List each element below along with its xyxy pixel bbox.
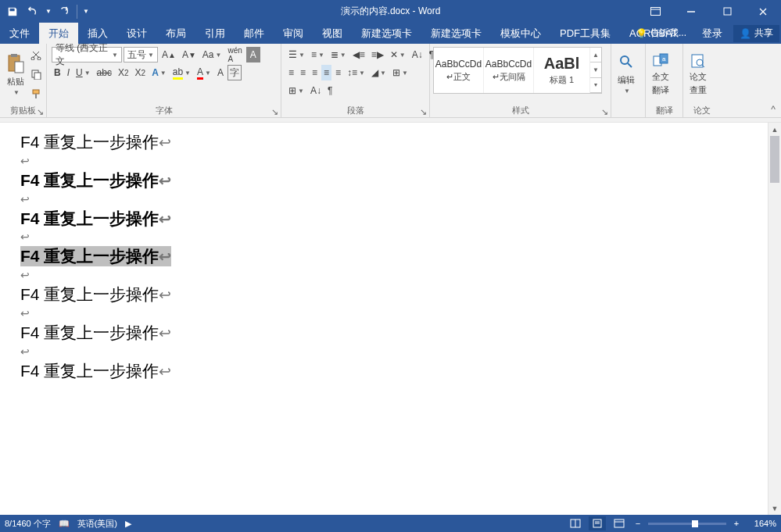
redo-icon[interactable] — [55, 2, 73, 21]
paragraph-sort-icon[interactable]: A↓ — [308, 83, 324, 98]
character-shading-icon[interactable]: A — [215, 65, 226, 80]
paragraph-mark[interactable]: ↩ — [20, 155, 761, 167]
tab-references[interactable]: 引用 — [195, 23, 235, 44]
phonetic-guide-icon[interactable]: wénA — [225, 47, 244, 62]
tab-design[interactable]: 设计 — [117, 23, 156, 44]
dupcheck-button[interactable]: 论文 查重 — [686, 45, 710, 103]
tab-layout[interactable]: 布局 — [156, 23, 195, 44]
shrink-font-icon[interactable]: A▼ — [180, 47, 199, 62]
tab-file[interactable]: 文件 — [0, 23, 39, 44]
editing-button[interactable]: 编辑 ▼ — [614, 45, 638, 103]
asian-layout-icon[interactable]: ✕▼ — [388, 47, 408, 62]
doc-line[interactable]: F4 重复上一步操作↩ — [20, 209, 761, 229]
paragraph-mark[interactable]: ↩ — [20, 345, 761, 358]
doc-line[interactable]: F4 重复上一步操作↩ — [20, 361, 761, 381]
distributed-icon[interactable]: ≡ — [333, 65, 343, 80]
font-color-icon[interactable]: A▼ — [195, 65, 213, 80]
enclose-characters-icon[interactable]: 字 — [227, 65, 242, 80]
gallery-up-icon[interactable]: ▲ — [590, 48, 601, 62]
language-indicator[interactable]: 英语(美国) — [77, 518, 117, 530]
signin-button[interactable]: 登录 — [696, 27, 729, 41]
increase-indent-icon[interactable]: ≡▶ — [369, 47, 386, 62]
copy-icon[interactable] — [30, 68, 42, 80]
qat-customize-icon[interactable]: ▼ — [81, 2, 91, 21]
tab-mailings[interactable]: 邮件 — [235, 23, 274, 44]
paste-button[interactable]: 粘贴 ▼ — [3, 45, 28, 103]
tab-insert[interactable]: 插入 — [78, 23, 117, 44]
doc-line[interactable]: F4 重复上一步操作↩ — [20, 284, 761, 305]
change-case-icon[interactable]: Aa▼ — [200, 47, 224, 62]
tab-pdftools[interactable]: PDF工具集 — [550, 23, 620, 44]
spellcheck-icon[interactable]: 📖 — [59, 519, 70, 529]
gallery-down-icon[interactable]: ▼ — [590, 62, 601, 77]
paragraph-mark[interactable]: ↩ — [20, 269, 761, 281]
doc-line-selected[interactable]: F4 重复上一步操作↩ — [20, 246, 171, 266]
shading-icon[interactable]: ◢▼ — [369, 65, 389, 80]
numbering-icon[interactable]: ≡▼ — [309, 47, 327, 62]
superscript-button[interactable]: X2 — [133, 65, 149, 80]
zoom-slider[interactable] — [648, 523, 726, 525]
undo-dropdown-icon[interactable]: ▼ — [44, 2, 53, 21]
scroll-track[interactable] — [768, 136, 781, 502]
subscript-button[interactable]: X2 — [116, 65, 131, 80]
snap-to-grid-icon[interactable]: ⊞▼ — [286, 83, 306, 98]
paragraph-mark[interactable]: ↩ — [20, 193, 761, 205]
dialog-launcher-icon[interactable]: ↘ — [600, 107, 609, 116]
paragraph-marks-icon[interactable]: ¶ — [325, 83, 335, 98]
collapse-ribbon-icon[interactable]: ^ — [765, 44, 781, 117]
dialog-launcher-icon[interactable]: ↘ — [270, 107, 279, 116]
strikethrough-button[interactable]: abc — [95, 65, 114, 80]
style-heading1[interactable]: AaBl 标题 1 — [534, 48, 590, 93]
read-mode-icon[interactable] — [567, 516, 584, 530]
dialog-launcher-icon[interactable]: ↘ — [418, 107, 428, 116]
tab-newtab1[interactable]: 新建选项卡 — [352, 23, 421, 44]
align-left-icon[interactable]: ≡ — [286, 65, 296, 80]
decrease-indent-icon[interactable]: ◀≡ — [350, 47, 367, 62]
tab-newtab2[interactable]: 新建选项卡 — [421, 23, 491, 44]
character-border-icon[interactable]: A — [246, 47, 260, 62]
dialog-launcher-icon[interactable]: ↘ — [35, 107, 45, 116]
multilevel-list-icon[interactable]: ≣▼ — [328, 47, 349, 62]
zoom-level[interactable]: 164% — [747, 519, 776, 528]
vertical-scrollbar[interactable]: ▲ ▼ — [768, 123, 781, 515]
sort-icon[interactable]: A↓ — [410, 47, 425, 62]
align-center-icon[interactable]: ≡ — [298, 65, 308, 80]
highlight-icon[interactable]: ab▼ — [170, 65, 193, 80]
paragraph-mark[interactable]: ↩ — [20, 230, 761, 243]
align-justify-icon[interactable]: ≡ — [321, 65, 331, 80]
ribbon-display-options-icon[interactable] — [637, 0, 673, 23]
style-gallery[interactable]: AaBbCcDd ↵正文 AaBbCcDd ↵无间隔 AaBl 标题 1 ▲ ▼… — [433, 47, 602, 94]
paragraph-mark[interactable]: ↩ — [20, 307, 761, 320]
cut-icon[interactable] — [30, 48, 42, 61]
document-page[interactable]: F4 重复上一步操作↩ ↩ F4 重复上一步操作↩ ↩ F4 重复上一步操作↩ … — [0, 123, 781, 393]
scroll-up-icon[interactable]: ▲ — [768, 123, 781, 136]
save-icon[interactable] — [3, 2, 22, 21]
format-painter-icon[interactable] — [30, 87, 42, 100]
grow-font-icon[interactable]: A▲ — [159, 47, 178, 62]
font-name-combo[interactable]: 等线 (西文正文▼ — [52, 47, 122, 62]
tab-review[interactable]: 审阅 — [274, 23, 313, 44]
font-size-combo[interactable]: 五号▼ — [124, 47, 158, 62]
borders-icon[interactable]: ⊞▼ — [390, 65, 410, 80]
doc-line[interactable]: F4 重复上一步操作↩ — [20, 323, 761, 343]
minimize-icon[interactable] — [673, 0, 709, 23]
tab-home[interactable]: 开始 — [39, 23, 78, 44]
undo-icon[interactable] — [23, 2, 42, 21]
doc-line[interactable]: F4 重复上一步操作↩ — [20, 132, 761, 152]
close-icon[interactable] — [745, 0, 781, 23]
zoom-in-button[interactable]: + — [731, 519, 742, 528]
word-count[interactable]: 8/1460 个字 — [5, 518, 51, 530]
maximize-icon[interactable] — [709, 0, 745, 23]
tell-me-search[interactable]: 💡 告诉我... — [636, 27, 686, 40]
style-normal[interactable]: AaBbCcDd ↵正文 — [434, 48, 484, 93]
tab-template[interactable]: 模板中心 — [491, 23, 550, 44]
macro-indicator-icon[interactable]: ▶ — [125, 519, 131, 529]
zoom-out-button[interactable]: − — [632, 519, 643, 528]
bold-button[interactable]: B — [52, 65, 63, 80]
style-no-spacing[interactable]: AaBbCcDd ↵无间隔 — [484, 48, 534, 93]
align-right-icon[interactable]: ≡ — [310, 65, 320, 80]
italic-button[interactable]: I — [65, 65, 72, 80]
scroll-thumb[interactable] — [770, 136, 779, 183]
tab-view[interactable]: 视图 — [313, 23, 352, 44]
translate-button[interactable]: a 全文 翻译 — [649, 45, 672, 103]
